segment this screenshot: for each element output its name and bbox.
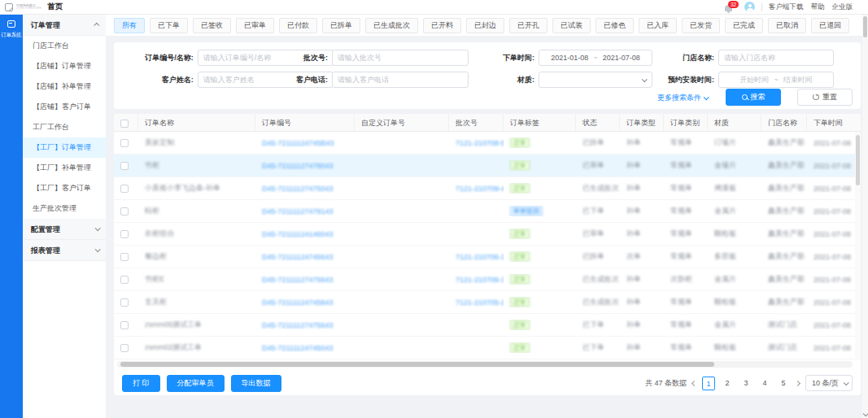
tab-filter[interactable]: 已修色 — [595, 18, 634, 33]
row-checkbox[interactable] — [120, 298, 129, 307]
order-number-link[interactable]: D45-72111127475643 — [262, 321, 334, 329]
material-select[interactable] — [539, 72, 652, 88]
order-number-link[interactable]: D45-72111124745843 — [262, 298, 334, 307]
sidebar-group-config-management[interactable]: 配置管理 — [23, 219, 106, 240]
tab-filter[interactable]: 已取消 — [768, 18, 806, 33]
row-checkbox[interactable] — [120, 276, 129, 284]
avatar[interactable] — [744, 2, 755, 12]
order-number-link[interactable]: D45-72111124745643 — [262, 253, 334, 261]
order-number-link[interactable]: D45-72111127478143 — [262, 207, 334, 216]
sidebar-item[interactable]: 门店工作台 — [23, 36, 106, 56]
select-all-checkbox[interactable] — [120, 120, 129, 128]
batch-number-link[interactable]: 7121-210708-56 — [456, 139, 504, 147]
order-number-link[interactable]: D45-72111127475043 — [262, 185, 334, 193]
print-button[interactable]: 打 印 — [122, 375, 160, 392]
customer-phone-input[interactable] — [332, 72, 469, 88]
table-row[interactable]: zsmm02测试工单D45-72111124745043正常已下单补单常规单颗粒… — [114, 337, 861, 359]
sidebar-item[interactable]: 【店铺】订单管理 — [23, 56, 106, 76]
table-row[interactable]: 书柜D45-72111127478043正常已审单补单常规单金墙片鑫美生产部20… — [114, 155, 861, 177]
tab-filter[interactable]: 已审单 — [236, 18, 274, 33]
tab-filter[interactable]: 已生成批次 — [365, 18, 418, 33]
batch-no-input[interactable] — [332, 50, 469, 66]
scrollbar-thumb[interactable] — [863, 16, 867, 37]
breadcrumb-home[interactable]: 首页 — [47, 2, 63, 12]
table-row[interactable]: zsmm05测试工单D45-72111127475643正常已下单补单常规单金属… — [114, 314, 861, 337]
cell-category: 常规单 — [664, 137, 708, 148]
order-time-range[interactable]: 2021-01-08 ~ 2021-07-08 — [539, 50, 652, 66]
notification-bell[interactable]: 32 — [722, 2, 738, 13]
tab-filter[interactable]: 已拆单 — [322, 18, 360, 33]
export-data-button[interactable]: 导出数据 — [231, 375, 281, 392]
row-checkbox[interactable] — [120, 139, 129, 147]
tab-filter[interactable]: 已付款 — [279, 18, 317, 33]
page-2[interactable]: 2 — [721, 377, 734, 390]
reset-button[interactable]: 重置 — [797, 89, 853, 106]
next-page-button[interactable] — [796, 381, 800, 385]
batch-number-link[interactable]: 7121-210706-38 — [456, 253, 504, 261]
sidebar-item[interactable]: 工厂工作台 — [23, 117, 106, 137]
page-3[interactable]: 3 — [739, 377, 752, 390]
sidebar-group-report-management[interactable]: 报表管理 — [23, 240, 106, 261]
row-checkbox[interactable] — [120, 185, 129, 193]
tab-filter[interactable]: 已下单 — [150, 18, 188, 33]
rail-item-order-system[interactable]: 订单系统 — [0, 15, 23, 39]
tab-filter[interactable]: 已完成 — [725, 18, 763, 33]
sidebar-item[interactable]: 【店铺】补单管理 — [23, 76, 106, 97]
batch-number-link[interactable]: 7121-210705-27 — [456, 298, 504, 307]
sidebar-item[interactable]: 【工厂】订单管理 — [23, 137, 106, 158]
sidebar-item[interactable]: 生产批次管理 — [23, 198, 106, 219]
tab-filter[interactable]: 已入库 — [639, 18, 677, 33]
table-vertical-scrollbar[interactable] — [855, 132, 861, 359]
table-row[interactable]: 衣柜组合D45-72111124146043正常已审单补单常规单颗粒板鑫美生产部… — [114, 223, 861, 246]
page-5[interactable]: 5 — [777, 377, 790, 390]
table-row[interactable]: 书柜ED45-721111274756437121-210706-31正常已生成… — [114, 268, 861, 291]
row-checkbox[interactable] — [120, 344, 129, 352]
search-button[interactable]: 搜索 — [726, 89, 781, 106]
order-number-link[interactable]: D45-72111124146043 — [262, 230, 334, 238]
scrollbar-thumb[interactable] — [856, 135, 860, 185]
topbar-link-1[interactable]: 客户端下载 — [769, 2, 804, 11]
row-checkbox[interactable] — [120, 253, 129, 261]
page-size-select[interactable]: 10 条/页 — [805, 375, 853, 391]
tab-filter[interactable]: 已试装 — [552, 18, 591, 33]
sidebar-group-order-management[interactable]: 订单管理 — [23, 15, 106, 36]
table-row[interactable]: 美家定制D45-72111124745B437121-210708-56正常已拆… — [114, 132, 861, 155]
row-checkbox[interactable] — [120, 321, 129, 329]
cell-text: 常规单 — [670, 184, 692, 192]
tab-filter[interactable]: 已发货 — [682, 18, 720, 33]
tab-filter[interactable]: 已封边 — [466, 18, 504, 33]
topbar-link-2[interactable]: 帮助 — [811, 2, 825, 11]
row-checkbox[interactable] — [120, 230, 129, 238]
order-number-link[interactable]: D45-72111124745043 — [262, 344, 334, 352]
page-scrollbar[interactable] — [862, 15, 868, 418]
order-number-link[interactable]: D45-72111127475643 — [262, 276, 334, 284]
order-number-link[interactable]: D45-72111124745B43 — [262, 139, 334, 147]
topbar-link-3[interactable]: 企业版 — [832, 2, 853, 11]
tab-filter[interactable]: 已开料 — [423, 18, 461, 33]
row-checkbox[interactable] — [120, 207, 129, 216]
sidebar-item[interactable]: 【工厂】客户订单 — [23, 178, 106, 198]
row-checkbox[interactable] — [120, 162, 129, 170]
table-horizontal-scrollbar[interactable] — [117, 361, 853, 368]
more-filters-link[interactable]: 更多搜索条件 — [657, 89, 708, 106]
order-number-link[interactable]: D45-72111127478043 — [262, 162, 334, 170]
batch-number-link[interactable]: 7121-210706-31 — [456, 276, 504, 284]
table-row[interactable]: 鞋柜D45-72111127478143审单驳回已下单补单常规单金属片鑫美生产部… — [114, 200, 861, 223]
install-time-range[interactable]: 开始时间 ~ 结束时间 — [718, 72, 834, 88]
tab-filter[interactable]: 已开孔 — [509, 18, 547, 33]
tab-filter[interactable]: 已退回 — [811, 18, 849, 33]
sidebar-item[interactable]: 【店铺】客户订单 — [23, 97, 106, 117]
page-1[interactable]: 1 — [702, 377, 715, 390]
table-row[interactable]: 小美格小李飞边条-补单D45-721111274750437121-210709… — [114, 177, 861, 200]
prev-page-button[interactable] — [692, 381, 696, 385]
tab-filter[interactable]: 已签收 — [193, 18, 231, 33]
batch-number-link[interactable]: 7121-210709-42 — [456, 185, 504, 193]
sidebar-item[interactable]: 【工厂】补单管理 — [23, 158, 106, 178]
scrollbar-thumb[interactable] — [120, 362, 714, 367]
tab-filter[interactable]: 所有 — [114, 18, 145, 33]
store-name-input[interactable] — [718, 50, 834, 66]
page-4[interactable]: 4 — [758, 377, 771, 390]
table-row[interactable]: 餐边柜D45-721111247456437121-210706-38正常已拆单… — [114, 246, 861, 268]
assign-reviewer-button[interactable]: 分配审单员 — [167, 375, 225, 392]
table-row[interactable]: 玄关柜D45-721111247458437121-210705-27正常已生成… — [114, 291, 861, 314]
